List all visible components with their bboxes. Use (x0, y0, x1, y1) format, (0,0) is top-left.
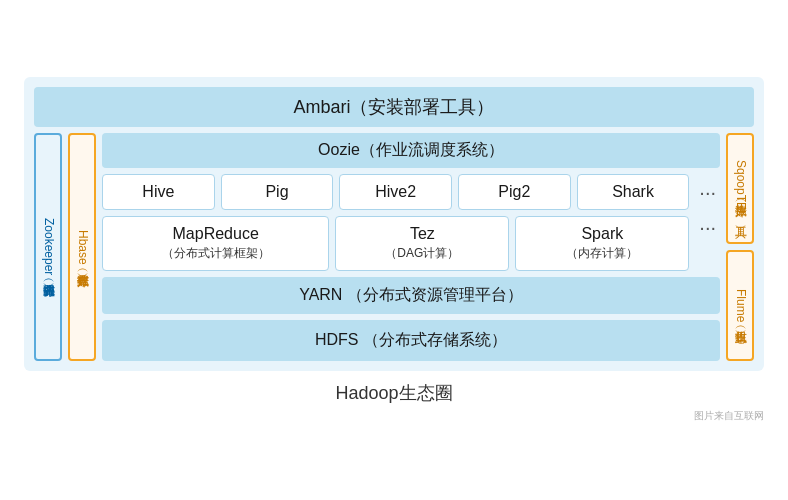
flume-label: Flume（日志收集） (726, 250, 754, 361)
yarn-main: YARN (299, 286, 342, 303)
pig2-box: Pig2 (458, 174, 571, 210)
hive2-box: Hive2 (339, 174, 452, 210)
oozie-label: Oozie（作业流调度系统） (318, 141, 504, 158)
tools-row: Hive Pig Hive2 Pig2 Shark ··· (102, 174, 720, 210)
compute-row: MapReduce （分布式计算框架） Tez （DAG计算） Spark （内… (102, 216, 720, 271)
ambari-label: Ambari（安装部署工具） (293, 97, 494, 117)
tools-dots: ··· (695, 181, 720, 204)
hdfs-main: HDFS (315, 331, 359, 348)
spark-box: Spark （内存计算） (515, 216, 689, 271)
hbase-label: Hbase（分布式数据库） (68, 133, 96, 361)
hdfs-sub: （分布式存储系统） (363, 331, 507, 348)
zookeeper-label: Zookeeper（分布式协调服务） (34, 133, 62, 361)
right-side: Sqoop（数据库TEL工具） Flume（日志收集） (726, 133, 754, 361)
bottom-title: Hadoop生态圈 (335, 381, 452, 405)
main-area: Zookeeper（分布式协调服务） Hbase（分布式数据库） Oozie（作… (34, 133, 754, 361)
watermark: 图片来自互联网 (24, 409, 764, 423)
ambari-bar: Ambari（安装部署工具） (34, 87, 754, 127)
compute-dots: ··· (695, 216, 720, 271)
hdfs-bar: HDFS （分布式存储系统） (102, 320, 720, 361)
oozie-bar: Oozie（作业流调度系统） (102, 133, 720, 168)
tez-box: Tez （DAG计算） (335, 216, 509, 271)
yarn-bar: YARN （分布式资源管理平台） (102, 277, 720, 314)
center-content: Oozie（作业流调度系统） Hive Pig Hive2 Pig2 (102, 133, 720, 361)
yarn-sub: （分布式资源管理平台） (347, 286, 523, 303)
mapreduce-box: MapReduce （分布式计算框架） (102, 216, 329, 271)
diagram-container: Ambari（安装部署工具） Zookeeper（分布式协调服务） Hbase（… (24, 77, 764, 371)
sqoop-label: Sqoop（数据库TEL工具） (726, 133, 754, 244)
diagram-wrapper: Ambari（安装部署工具） Zookeeper（分布式协调服务） Hbase（… (24, 77, 764, 423)
hive-box: Hive (102, 174, 215, 210)
shark-box: Shark (577, 174, 690, 210)
pig-box: Pig (221, 174, 334, 210)
